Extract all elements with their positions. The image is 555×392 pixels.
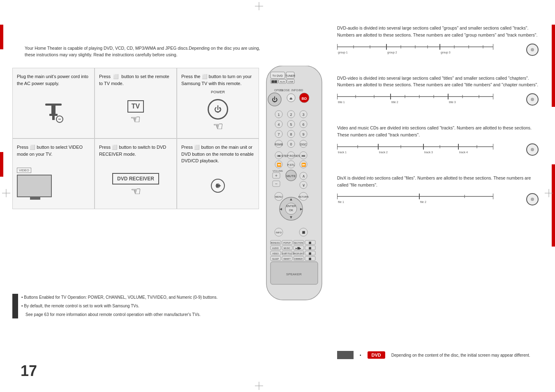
svg-text:2: 2 xyxy=(290,113,292,117)
step-2-text: Press ⬜ button to set the remote to TV m… xyxy=(99,73,172,87)
remote-control-svg: TV DVD TUNER ⬛⬛ AUX USB OPEN/ CLOSE INFO… xyxy=(258,66,330,304)
svg-text:file 1: file 1 xyxy=(338,201,344,203)
svg-text:+: + xyxy=(275,173,278,178)
svg-text:INFO/BD: INFO/BD xyxy=(291,89,303,92)
svg-text:file 2: file 2 xyxy=(420,201,426,203)
svg-text:⏩: ⏩ xyxy=(301,162,306,167)
svg-text:1: 1 xyxy=(278,113,280,117)
svg-text:BKGR.ENT: BKGR.ENT xyxy=(293,252,304,255)
svg-text:SLEEP: SLEEP xyxy=(272,258,279,260)
remote-control-container: TV DVD TUNER ⬛⬛ AUX USB OPEN/ CLOSE INFO… xyxy=(258,66,330,305)
svg-rect-0 xyxy=(45,104,62,106)
divx-section: DivX is divided into sections called "fi… xyxy=(337,175,539,214)
svg-text:4: 4 xyxy=(278,122,280,127)
step-6-text: Press ⬜ button on the main unit or DVD b… xyxy=(181,144,254,164)
svg-text:RETURN: RETURN xyxy=(298,196,309,198)
svg-text:BD: BD xyxy=(302,97,307,101)
dvd-video-disc-icon xyxy=(526,93,539,106)
dvd-video-section: DVD-video is divided into several large … xyxy=(337,75,539,115)
svg-text:►: ► xyxy=(299,207,303,211)
left-accent-bottom xyxy=(0,152,3,177)
bottom-note-text: Depending on the content of the disc, th… xyxy=(391,353,539,357)
svg-text:MUTE: MUTE xyxy=(287,174,296,178)
crosshair-top-center xyxy=(255,2,263,10)
svg-text:0: 0 xyxy=(290,142,292,146)
svg-text:⬛: ⬛ xyxy=(309,242,312,244)
disc-sections: DVD-audio is divided into several large … xyxy=(337,25,539,224)
svg-text:SMART: SMART xyxy=(283,258,290,260)
steps-grid: Plug the main unit's power cord into the… xyxy=(12,68,259,209)
svg-text:5: 5 xyxy=(290,122,292,127)
step-5-text: Press ⬜ button to switch to DVD RECEIVER… xyxy=(99,144,172,157)
dvd-audio-track-row: group 1 group 2 group 3 xyxy=(337,42,539,56)
svg-text:⬛: ⬛ xyxy=(309,252,312,255)
step-2-cell: Press ⬜ button to set the remote to TV m… xyxy=(95,68,176,138)
svg-text:SUBTITLE: SUBTITLE xyxy=(282,252,292,255)
svg-text:RSMB: RSMB xyxy=(275,143,283,146)
power-button-icon: ⏻ xyxy=(208,99,228,120)
tv-button-label: TV xyxy=(127,100,144,113)
svg-text:⏪: ⏪ xyxy=(277,162,282,167)
svg-text:VIDEO: VIDEO xyxy=(272,252,279,255)
svg-text:TV DVD: TV DVD xyxy=(272,74,283,77)
svg-text:STEP ROTATE: STEP ROTATE xyxy=(281,154,301,157)
svg-text:MENU: MENU xyxy=(275,196,282,198)
crosshair-left-mid xyxy=(2,189,10,197)
svg-text:⏮: ⏮ xyxy=(277,154,281,158)
bottom-note-symbol: • xyxy=(360,353,361,357)
svg-text:track 1: track 1 xyxy=(338,151,347,154)
notes-text: • Buttons Enabled for TV Operation: POWE… xyxy=(21,294,217,318)
step-4-cell: Press ⬜ button to select VIDEO mode on y… xyxy=(13,139,94,209)
svg-text:MUSIC: MUSIC xyxy=(284,247,291,249)
step-1-cell: Plug the main unit's power cord into the… xyxy=(13,68,94,138)
svg-text:BONUS/1: BONUS/1 xyxy=(271,242,280,244)
svg-text:POPUP: POPUP xyxy=(283,242,291,244)
svg-text:⬛: ⬛ xyxy=(309,247,312,250)
cd-music-track-row: track 1 track 2 track 3 track 4 xyxy=(337,142,539,156)
svg-text:group 1: group 1 xyxy=(338,51,348,54)
video-label: VIDEO xyxy=(17,168,31,173)
svg-text:SECTION: SECTION xyxy=(294,242,303,244)
svg-text:VOLUME: VOLUME xyxy=(273,170,283,172)
svg-text:▲: ▲ xyxy=(289,197,293,201)
svg-text:8: 8 xyxy=(290,132,292,136)
svg-text:OK: OK xyxy=(289,209,293,212)
svg-text:group 3: group 3 xyxy=(441,51,451,54)
svg-text:SPEAKER: SPEAKER xyxy=(286,272,302,276)
divx-diagram: file 1 file 2 xyxy=(337,191,523,206)
note-2: By default, the remote control is set to… xyxy=(24,304,139,308)
dvd-audio-section: DVD-audio is divided into several large … xyxy=(337,25,539,65)
bottom-note-bar xyxy=(337,351,354,359)
svg-text:7: 7 xyxy=(278,132,280,136)
dvd-audio-diagram: group 1 group 2 group 3 xyxy=(337,42,523,56)
step-1-text: Plug the main unit's power cord into the… xyxy=(17,73,90,87)
divx-text: DivX is divided into sections called "fi… xyxy=(337,175,539,189)
svg-text:3: 3 xyxy=(302,113,304,117)
svg-rect-1 xyxy=(51,106,56,114)
svg-text:DIMMER: DIMMER xyxy=(294,258,303,260)
hand-cursor-dvd-icon: ☜ xyxy=(131,184,141,198)
dvd-badge: DVD xyxy=(368,351,385,359)
svg-text:▶⬛▶: ▶⬛▶ xyxy=(296,247,301,250)
svg-text:⬛⬛: ⬛⬛ xyxy=(271,80,278,83)
cd-music-diagram: track 1 track 2 track 3 track 4 xyxy=(337,142,523,156)
svg-text:ENTER: ENTER xyxy=(286,205,296,208)
right-accent-top xyxy=(552,25,555,107)
svg-text:⏏: ⏏ xyxy=(289,97,293,100)
svg-text:DISC: DISC xyxy=(300,143,307,146)
note-1: Buttons Enabled for TV Operation: POWER,… xyxy=(24,295,217,300)
svg-text:track 3: track 3 xyxy=(424,151,433,154)
svg-text:group 2: group 2 xyxy=(387,51,397,54)
tv-screen-box xyxy=(17,175,52,197)
dvd-audio-text: DVD-audio is divided into several large … xyxy=(337,25,539,39)
svg-text:AUX: AUX xyxy=(280,81,285,83)
svg-text:⬛: ⬛ xyxy=(302,231,305,234)
intro-paragraph: Your Home Theater is capable of playing … xyxy=(25,46,260,57)
note-3: See page 63 for more information about r… xyxy=(25,312,201,317)
dvd-play-icon xyxy=(206,178,230,194)
svg-text:title 3: title 3 xyxy=(449,101,456,104)
crosshair-right-mid xyxy=(545,189,553,197)
intro-text: Your Home Theater is capable of playing … xyxy=(25,45,263,58)
dvd-video-diagram: title 1 title 2 title 3 xyxy=(337,92,523,106)
divx-disc-icon xyxy=(526,193,539,205)
